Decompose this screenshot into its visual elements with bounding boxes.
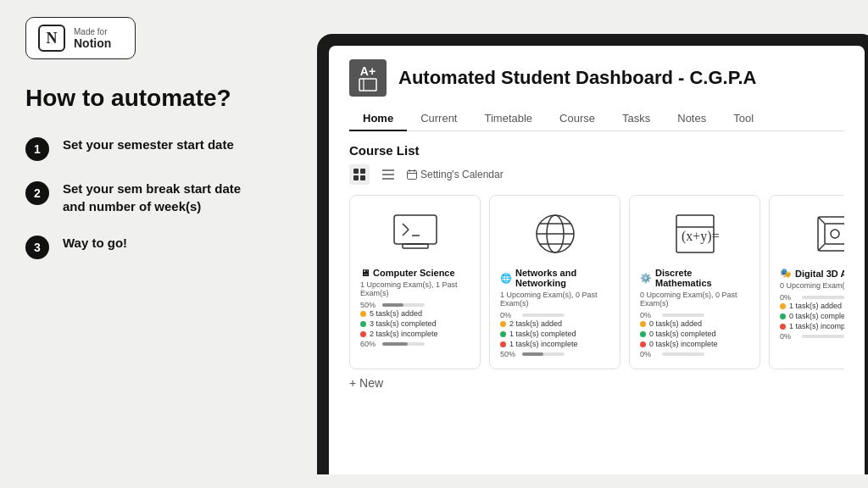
svg-line-17: [403, 230, 409, 236]
3d-progress: 0%: [780, 293, 844, 302]
math-icon: (x+y)=: [640, 206, 749, 261]
step-3-text: Way to go!: [63, 234, 127, 252]
3d-exam: 0 Upcoming Exam(s), 0 Past: [780, 281, 844, 290]
svg-rect-3: [360, 169, 365, 174]
course-card-net[interactable]: 🌐Networks and Networking 1 Upcoming Exam…: [489, 195, 620, 369]
cs-task-incomplete: 2 task(s) incomplete: [360, 330, 470, 338]
course-card-math[interactable]: (x+y)= ⚙️Discrete Mathematics 0 Upcoming…: [629, 195, 760, 369]
step-2: 2 Set your sem break start dateand numbe…: [25, 180, 305, 215]
math-progress: 0%: [640, 311, 749, 319]
cs-name: 🖥Computer Science: [360, 268, 470, 278]
section-title: Course List: [349, 143, 844, 158]
3d-bottom-bar: [802, 335, 844, 338]
list-view-icon[interactable]: [378, 164, 398, 185]
3d-name: 🎭Digital 3D Animation: [780, 268, 844, 279]
svg-rect-13: [394, 215, 437, 244]
tab-tasks[interactable]: Tasks: [609, 107, 664, 131]
cs-exam: 1 Upcoming Exam(s), 1 Past Exam(s): [360, 280, 470, 297]
left-panel: N Made for Notion How to automate? 1 Set…: [0, 0, 331, 488]
dash-header: A+ Automated Student Dashboard - C.G.P.A: [349, 59, 844, 97]
svg-rect-15: [403, 244, 428, 248]
made-for-label: Made for: [74, 27, 111, 36]
net-icon: [500, 206, 609, 261]
3d-progress-bar: [802, 296, 844, 299]
math-bottom-bar: [662, 352, 704, 356]
svg-text:(x+y)=: (x+y)=: [682, 229, 720, 244]
notion-badge: N Made for Notion: [25, 17, 136, 59]
3d-task-incomplete: 1 task(s) incomplete: [780, 322, 844, 330]
course-card-cs[interactable]: 🖥Computer Science 1 Upcoming Exam(s), 1 …: [349, 195, 481, 369]
3d-bottom-progress: 0%: [780, 332, 844, 341]
dash-icon: A+: [349, 59, 387, 97]
svg-rect-4: [353, 175, 359, 180]
cs-task-completed: 3 task(s) completed: [360, 319, 470, 328]
tab-course[interactable]: Course: [546, 107, 609, 131]
calendar-link-text: Setting's Calendar: [420, 169, 504, 180]
cs-bottom-progress: 60%: [360, 340, 470, 348]
svg-rect-0: [359, 79, 376, 91]
net-progress-bar: [522, 313, 565, 317]
notion-logo: N: [38, 25, 65, 52]
net-name: 🌐Networks and Networking: [500, 268, 609, 288]
cs-task-added: 5 task(s) added: [360, 309, 470, 318]
math-task-incomplete: 0 task(s) incomplete: [640, 340, 749, 348]
step-3-num: 3: [25, 236, 49, 259]
course-card-3d[interactable]: 🎭Digital 3D Animation 0 Upcoming Exam(s)…: [769, 195, 844, 369]
tab-notes[interactable]: Notes: [664, 107, 720, 131]
device-screen: A+ Automated Student Dashboard - C.G.P.A…: [329, 46, 865, 474]
bottom-bar: + New: [349, 376, 844, 390]
cs-bottom-bar: [382, 342, 425, 346]
net-exam: 1 Upcoming Exam(s), 0 Past Exam(s): [500, 291, 609, 308]
net-task-completed: 1 task(s) completed: [500, 330, 609, 338]
step-2-text: Set your sem break start dateand number …: [63, 180, 241, 215]
notion-label: Notion: [74, 36, 111, 50]
3d-icon: [780, 206, 844, 261]
step-1: 1 Set your semester start date: [25, 136, 305, 161]
tab-current[interactable]: Current: [407, 107, 470, 131]
tab-timetable[interactable]: Timetable: [470, 107, 546, 131]
net-task-incomplete: 1 task(s) incomplete: [500, 340, 609, 348]
notion-text: Made for Notion: [74, 27, 111, 50]
net-progress: 0%: [500, 311, 609, 319]
calendar-link[interactable]: Setting's Calendar: [407, 169, 504, 180]
dash-title: Automated Student Dashboard - C.G.P.A: [398, 67, 757, 89]
cs-progress: 50%: [360, 301, 470, 309]
device-wrapper: A+ Automated Student Dashboard - C.G.P.A…: [317, 34, 868, 474]
net-bottom-bar: [522, 352, 565, 356]
step-3: 3 Way to go!: [25, 234, 305, 259]
math-bottom-progress: 0%: [640, 350, 749, 358]
svg-point-33: [831, 230, 839, 238]
math-exam: 0 Upcoming Exam(s), 0 Past Exam(s): [640, 291, 749, 308]
svg-line-31: [818, 244, 825, 251]
grid-view-icon[interactable]: [349, 164, 370, 185]
3d-task-completed: 0 task(s) completed: [780, 312, 844, 320]
step-1-num: 1: [25, 137, 49, 161]
how-title: How to automate?: [25, 85, 305, 112]
nav-tabs: Home Current Timetable Course Tasks Note…: [349, 107, 844, 131]
course-cards: 🖥Computer Science 1 Upcoming Exam(s), 1 …: [349, 195, 844, 369]
svg-line-16: [403, 224, 409, 230]
dashboard: A+ Automated Student Dashboard - C.G.P.A…: [329, 46, 865, 474]
cs-icon: [360, 206, 470, 261]
step-2-num: 2: [25, 181, 49, 205]
3d-task-added: 1 task(s) added: [780, 302, 844, 310]
tab-home[interactable]: Home: [349, 107, 407, 131]
math-task-completed: 0 task(s) completed: [640, 330, 749, 338]
plus-icon[interactable]: + New: [349, 376, 383, 390]
svg-line-29: [818, 217, 825, 224]
step-1-text: Set your semester start date: [63, 136, 234, 153]
svg-rect-5: [360, 175, 365, 180]
svg-rect-28: [825, 224, 845, 244]
svg-rect-9: [408, 171, 417, 180]
net-task-added: 2 task(s) added: [500, 319, 609, 328]
math-task-added: 0 task(s) added: [640, 319, 749, 328]
tab-tool[interactable]: Tool: [720, 107, 767, 131]
svg-rect-2: [353, 169, 359, 174]
cs-progress-bar: [382, 303, 425, 307]
net-bottom-progress: 50%: [500, 350, 609, 358]
device-frame: A+ Automated Student Dashboard - C.G.P.A…: [317, 34, 868, 474]
math-name: ⚙️Discrete Mathematics: [640, 268, 749, 288]
view-controls: Setting's Calendar: [349, 164, 844, 185]
math-progress-bar: [662, 313, 704, 317]
